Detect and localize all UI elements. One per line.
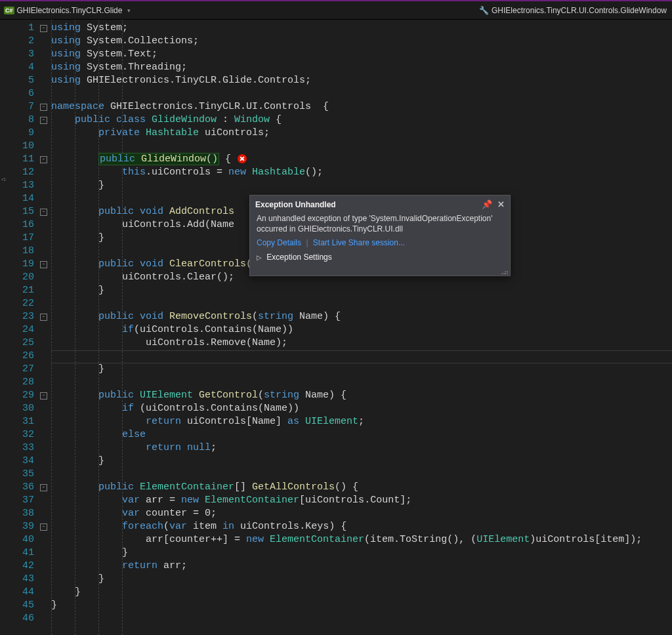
code-line[interactable]: } [51, 363, 672, 377]
code-line[interactable]: var arr = new ElementContainer[uiControl… [51, 495, 672, 508]
line-number: 12 [0, 167, 51, 180]
code-line[interactable]: } [51, 180, 672, 193]
code-line[interactable]: if (uiControls.Contains(Name)) [51, 403, 672, 416]
nav-right[interactable]: 🔧 GHIElectronics.TinyCLR.UI.Controls.Gli… [479, 6, 672, 15]
fold-toggle[interactable]: - [40, 392, 47, 399]
code-line[interactable] [51, 613, 672, 626]
line-number: 32 [0, 429, 51, 442]
line-number: 42 [0, 560, 51, 573]
code-line[interactable]: return null; [51, 442, 672, 455]
close-icon[interactable]: ✕ [497, 199, 505, 209]
chevron-down-icon[interactable]: ▾ [127, 7, 131, 14]
line-number: 22 [0, 298, 51, 311]
code-area[interactable]: using System;using System.Collections;us… [51, 20, 672, 635]
code-line[interactable]: } [51, 547, 672, 560]
code-line[interactable]: this.uiControls = new Hashtable(); [51, 167, 672, 180]
code-line[interactable] [51, 468, 672, 481]
popup-title: Exception Unhandled [255, 200, 336, 209]
line-number: 21 [0, 285, 51, 298]
exception-popup: Exception Unhandled 📌 ✕ An unhandled exc… [249, 195, 511, 276]
line-number: 17 [0, 232, 51, 245]
copy-details-link[interactable]: Copy Details [257, 238, 301, 247]
line-number: 5 [0, 75, 51, 88]
error-glyph-icon[interactable] [238, 154, 247, 163]
line-number: 41 [0, 547, 51, 560]
expand-triangle-icon: ▷ [257, 254, 262, 261]
line-number: 15- [0, 206, 51, 219]
nav-type-text: GHIElectronics.TinyCLR.UI.Controls.Glide… [492, 6, 667, 15]
code-line[interactable]: public void RemoveControls(string Name) … [51, 311, 672, 324]
fold-toggle[interactable]: - [40, 209, 47, 216]
line-number: 31 [0, 416, 51, 429]
line-number: 2 [0, 35, 51, 49]
code-line[interactable] [51, 298, 672, 311]
line-number: 26 [0, 350, 51, 363]
code-line[interactable]: uiControls.Remove(Name); [51, 337, 672, 350]
fold-toggle[interactable]: - [40, 104, 47, 111]
fold-toggle[interactable]: - [40, 261, 47, 268]
line-number: 24 [0, 324, 51, 337]
line-number: 10 [0, 140, 51, 154]
code-line[interactable] [51, 377, 672, 390]
line-number: 23- [0, 311, 51, 324]
code-line[interactable]: if(uiControls.Contains(Name)) [51, 324, 672, 337]
fold-toggle[interactable]: - [40, 314, 47, 321]
fold-toggle[interactable]: - [40, 117, 47, 124]
line-number: 11- [0, 154, 51, 167]
pin-icon[interactable]: 📌 [482, 199, 492, 209]
code-line[interactable]: public ElementContainer[] GetAllControls… [51, 481, 672, 495]
code-line[interactable]: } [51, 455, 672, 468]
line-number: 7- [0, 101, 51, 114]
code-line[interactable]: namespace GHIElectronics.TinyCLR.UI.Cont… [51, 101, 672, 114]
line-number: 20 [0, 272, 51, 285]
nav-left[interactable]: C# GHIElectronics.TinyCLR.Glide ▾ [0, 6, 131, 15]
code-line[interactable]: using System.Threading; [51, 62, 672, 75]
line-number: 45 [0, 600, 51, 613]
code-line[interactable]: foreach(var item in uiControls.Keys) { [51, 521, 672, 534]
line-number: 30 [0, 403, 51, 416]
code-line[interactable] [51, 140, 672, 154]
code-line[interactable]: var counter = 0; [51, 508, 672, 521]
code-line[interactable]: } [51, 573, 672, 586]
code-line[interactable]: using GHIElectronics.TinyCLR.Glide.Contr… [51, 75, 672, 88]
navigation-bar: C# GHIElectronics.TinyCLR.Glide ▾ 🔧 GHIE… [0, 1, 672, 20]
line-number: 19- [0, 258, 51, 272]
code-line[interactable]: using System.Collections; [51, 35, 672, 49]
code-line[interactable]: return uiControls[Name] as UIElement; [51, 416, 672, 429]
code-line[interactable]: private Hashtable uiControls; [51, 127, 672, 140]
code-line[interactable]: using System.Text; [51, 49, 672, 62]
code-line[interactable]: public UIElement GetControl(string Name)… [51, 390, 672, 403]
code-line[interactable]: return arr; [51, 560, 672, 573]
line-number: 9 [0, 127, 51, 140]
line-number: 6 [0, 88, 51, 101]
line-number: 3 [0, 49, 51, 62]
code-line[interactable]: public class GlideWindow : Window { [51, 114, 672, 127]
code-line[interactable]: public GlideWindow() { [51, 154, 672, 167]
exception-settings-expander[interactable]: ▷ Exception Settings [250, 251, 510, 267]
fold-toggle[interactable]: - [40, 156, 47, 163]
code-line[interactable] [51, 350, 672, 363]
code-line[interactable] [51, 88, 672, 101]
line-number: 38 [0, 508, 51, 521]
line-number: 8- [0, 114, 51, 127]
line-number: 18 [0, 245, 51, 258]
fold-toggle[interactable]: - [40, 523, 47, 531]
code-line[interactable]: using System; [51, 22, 672, 35]
wrench-icon: 🔧 [479, 6, 489, 15]
popup-message: An unhandled exception of type 'System.I… [250, 211, 510, 238]
resize-grip-icon[interactable]: ⣀⣤ [250, 267, 510, 276]
code-line[interactable]: } [51, 600, 672, 613]
fold-toggle[interactable]: - [40, 25, 47, 32]
line-number: 33 [0, 442, 51, 455]
line-number: 36- [0, 481, 51, 495]
code-line[interactable]: arr[counter++] = new ElementContainer(it… [51, 534, 672, 547]
line-number: 14 [0, 193, 51, 206]
code-editor[interactable]: ➪ 1-234567-8-91011-12131415-16171819-202… [0, 20, 672, 635]
code-line[interactable]: } [51, 586, 672, 600]
line-number: 13 [0, 180, 51, 193]
line-number: 37 [0, 495, 51, 508]
code-line[interactable]: } [51, 285, 672, 298]
fold-toggle[interactable]: - [40, 484, 47, 491]
code-line[interactable]: else [51, 429, 672, 442]
live-share-link[interactable]: Start Live Share session... [313, 238, 405, 247]
